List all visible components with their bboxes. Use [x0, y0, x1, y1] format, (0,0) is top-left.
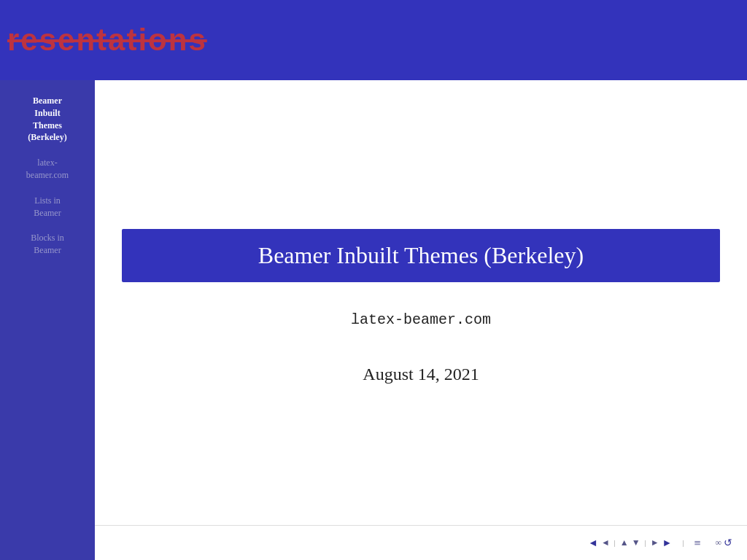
sidebar-item-label: Lists in Beamer — [34, 195, 61, 218]
nav-up-icon[interactable]: ▲ — [620, 537, 629, 548]
nav-spacer: | — [682, 539, 684, 547]
nav-align-icon[interactable]: ≡ — [694, 537, 700, 550]
nav-separator-2: | — [645, 539, 646, 547]
top-header: resentations — [0, 0, 747, 80]
nav-search-area: ∞ ↺ — [715, 537, 732, 549]
nav-next-small-icon[interactable]: ► — [651, 537, 659, 548]
header-title: resentations — [7, 23, 207, 58]
sidebar-item-label: latex- beamer.com — [26, 158, 69, 180]
nav-loop-icon[interactable]: ↺ — [724, 537, 732, 549]
nav-infinity-icon[interactable]: ∞ — [715, 537, 721, 548]
nav-controls: ◄ ◄ | ▲ ▼ | ► ► — [588, 537, 672, 549]
sidebar-item-latex-beamer[interactable]: latex- beamer.com — [6, 157, 89, 182]
nav-next-icon[interactable]: ► — [662, 537, 673, 549]
sidebar-item-label: Blocks in Beamer — [31, 233, 64, 255]
nav-separator-1: | — [614, 539, 616, 547]
sidebar-item-beamer-inbuilt-themes[interactable]: Beamer Inbuilt Themes (Berkeley) — [6, 95, 89, 144]
nav-prev-icon[interactable]: ◄ — [588, 537, 598, 549]
nav-down-icon[interactable]: ▼ — [632, 537, 640, 548]
sidebar-item-blocks-in-beamer[interactable]: Blocks in Beamer — [6, 232, 89, 257]
bottom-navigation-bar: ◄ ◄ | ▲ ▼ | ► ► | ≡ ∞ ↺ — [95, 525, 747, 560]
sidebar-item-label: Beamer Inbuilt Themes (Berkeley) — [28, 96, 66, 142]
slide-title: Beamer Inbuilt Themes (Berkeley) — [144, 242, 698, 269]
slide-subtitle: latex-beamer.com — [351, 311, 491, 328]
sidebar-item-lists-in-beamer[interactable]: Lists in Beamer — [6, 195, 89, 219]
slide-content: Beamer Inbuilt Themes (Berkeley) latex-b… — [95, 80, 747, 532]
sidebar: Beamer Inbuilt Themes (Berkeley) latex- … — [0, 80, 95, 560]
nav-prev-small-icon[interactable]: ◄ — [601, 537, 610, 548]
slide-date: August 14, 2021 — [363, 365, 479, 384]
slide-title-bar: Beamer Inbuilt Themes (Berkeley) — [122, 229, 720, 282]
